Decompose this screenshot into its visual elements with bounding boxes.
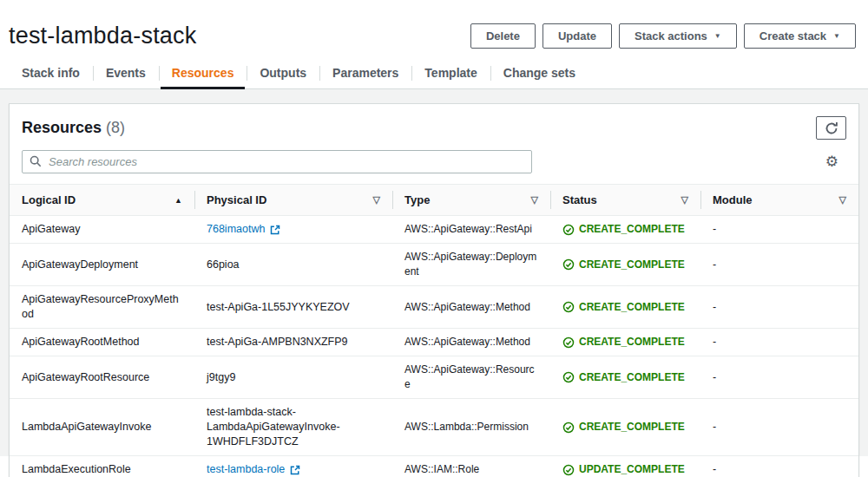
cell-module: - xyxy=(700,456,858,477)
cell-status: CREATE_COMPLETE xyxy=(550,294,700,321)
tab-events[interactable]: Events xyxy=(93,60,159,88)
update-button[interactable]: Update xyxy=(542,23,612,49)
cell-logical-id: LambdaApiGatewayInvoke xyxy=(10,414,194,441)
tab-resources[interactable]: Resources xyxy=(159,60,247,88)
table-body: ApiGateway 768imaotwh AWS::ApiGateway::R… xyxy=(10,216,858,477)
cell-physical-id: 66pioa xyxy=(194,252,392,278)
resources-count: (8) xyxy=(106,119,125,136)
cell-type: AWS::Lambda::Permission xyxy=(392,414,550,441)
tab-change-sets[interactable]: Change sets xyxy=(490,60,589,88)
external-link-icon xyxy=(290,465,300,475)
refresh-button[interactable] xyxy=(816,116,846,140)
physical-id-link[interactable]: 768imaotwh xyxy=(207,222,280,237)
sort-asc-icon[interactable]: ▲ xyxy=(174,196,182,205)
stack-actions-button[interactable]: Stack actions ▼ xyxy=(619,23,737,49)
table-row: ApiGateway 768imaotwh AWS::ApiGateway::R… xyxy=(10,216,858,244)
filter-icon[interactable]: ▽ xyxy=(531,194,538,206)
tab-template[interactable]: Template xyxy=(411,60,490,88)
cell-physical-id: test-ApiGa-AMPBN3NXZFP9 xyxy=(194,329,392,356)
tab-outputs[interactable]: Outputs xyxy=(247,60,319,88)
status-badge: CREATE_COMPLETE xyxy=(562,300,685,315)
filter-icon[interactable]: ▽ xyxy=(373,194,380,206)
table-row: ApiGatewayDeployment 66pioa AWS::ApiGate… xyxy=(10,244,858,286)
status-badge: CREATE_COMPLETE xyxy=(562,258,685,272)
cell-status: UPDATE_COMPLETE xyxy=(550,456,700,477)
column-header-module[interactable]: Module ▽ xyxy=(700,185,858,215)
column-header-physical-id[interactable]: Physical ID ▽ xyxy=(194,185,392,215)
caret-down-icon: ▼ xyxy=(833,33,840,40)
cell-logical-id: ApiGatewayResourceProxyMethod xyxy=(10,286,194,328)
cell-module: - xyxy=(700,294,858,321)
cell-physical-id: 768imaotwh xyxy=(194,216,392,243)
cell-physical-id: j9tgy9 xyxy=(194,364,392,391)
cell-module: - xyxy=(700,414,858,441)
status-badge: CREATE_COMPLETE xyxy=(562,370,685,385)
cell-status: CREATE_COMPLETE xyxy=(550,252,700,278)
cell-logical-id: ApiGatewayRootMethod xyxy=(10,329,194,356)
tab-stack-info[interactable]: Stack info xyxy=(9,60,93,88)
caret-down-icon: ▼ xyxy=(714,33,721,40)
table-row: ApiGatewayResourceProxyMethod test-ApiGa… xyxy=(10,286,858,329)
cell-type: AWS::ApiGateway::RestApi xyxy=(392,216,550,243)
table-row: LambdaApiGatewayInvoke test-lambda-stack… xyxy=(10,399,858,456)
cell-status: CREATE_COMPLETE xyxy=(550,216,700,243)
cell-type: AWS::ApiGateway::Method xyxy=(392,294,550,321)
cell-status: CREATE_COMPLETE xyxy=(550,414,700,441)
cell-status: CREATE_COMPLETE xyxy=(550,364,700,391)
resources-panel-header: Resources (8) ⚙ xyxy=(10,104,858,184)
resources-panel: Resources (8) ⚙ xyxy=(9,103,859,477)
content-area: Resources (8) ⚙ xyxy=(0,89,868,456)
table-row: ApiGatewayRootMethod test-ApiGa-AMPBN3NX… xyxy=(10,329,858,356)
stack-tabs: Stack info Events Resources Outputs Para… xyxy=(0,60,868,89)
cell-logical-id: ApiGatewayRootResource xyxy=(10,364,194,391)
cell-module: - xyxy=(700,252,858,278)
cell-logical-id: ApiGateway xyxy=(10,216,194,243)
status-badge: CREATE_COMPLETE xyxy=(562,335,685,350)
cell-type: AWS::ApiGateway::Deployment xyxy=(392,244,550,285)
cell-physical-id: test-lambda-stack-LambdaApiGatewayInvoke… xyxy=(194,399,392,455)
status-success-icon xyxy=(562,224,575,236)
cell-module: - xyxy=(700,329,858,356)
delete-button[interactable]: Delete xyxy=(470,23,536,49)
external-link-icon xyxy=(270,225,280,235)
search-input[interactable] xyxy=(22,150,532,173)
status-badge: UPDATE_COMPLETE xyxy=(562,462,685,477)
status-success-icon xyxy=(562,421,575,434)
cell-type: AWS::ApiGateway::Resource xyxy=(392,356,550,398)
cell-logical-id: LambdaExecutionRole xyxy=(10,456,194,477)
search-icon xyxy=(30,155,42,167)
header-actions: Delete Update Stack actions ▼ Create sta… xyxy=(470,23,856,49)
table-header: Logical ID ▲ Physical ID ▽ Type ▽ Status… xyxy=(10,184,858,216)
status-success-icon xyxy=(562,371,575,383)
cell-physical-id: test-lambda-role xyxy=(194,456,392,477)
gear-icon[interactable]: ⚙ xyxy=(825,154,838,169)
create-stack-button[interactable]: Create stack ▼ xyxy=(744,23,856,49)
column-header-status[interactable]: Status ▽ xyxy=(550,185,700,215)
page-title: test-lambda-stack xyxy=(9,23,196,49)
status-badge: CREATE_COMPLETE xyxy=(562,222,685,237)
resources-heading: Resources (8) xyxy=(22,119,125,137)
cell-physical-id: test-ApiGa-1L55JYYKYEZOV xyxy=(194,294,392,321)
cell-type: AWS::ApiGateway::Method xyxy=(392,329,550,356)
filter-icon[interactable]: ▽ xyxy=(839,194,846,206)
refresh-icon xyxy=(825,121,838,135)
status-badge: CREATE_COMPLETE xyxy=(562,420,685,435)
search-box xyxy=(22,150,532,173)
column-header-logical-id[interactable]: Logical ID ▲ xyxy=(10,185,194,215)
tab-parameters[interactable]: Parameters xyxy=(319,60,411,88)
status-success-icon xyxy=(562,258,575,271)
physical-id-link[interactable]: test-lambda-role xyxy=(207,462,300,477)
cell-module: - xyxy=(700,364,858,391)
column-header-type[interactable]: Type ▽ xyxy=(392,185,550,215)
cell-logical-id: ApiGatewayDeployment xyxy=(10,252,194,278)
table-row: ApiGatewayRootResource j9tgy9 AWS::ApiGa… xyxy=(10,356,858,399)
status-success-icon xyxy=(562,464,575,476)
status-success-icon xyxy=(562,337,575,349)
cell-status: CREATE_COMPLETE xyxy=(550,329,700,356)
status-success-icon xyxy=(562,301,575,313)
cell-module: - xyxy=(700,216,858,243)
cell-type: AWS::IAM::Role xyxy=(392,456,550,477)
page-header: test-lambda-stack Delete Update Stack ac… xyxy=(0,0,868,60)
filter-icon[interactable]: ▽ xyxy=(681,194,688,206)
table-row: LambdaExecutionRole test-lambda-role AWS… xyxy=(10,456,858,477)
